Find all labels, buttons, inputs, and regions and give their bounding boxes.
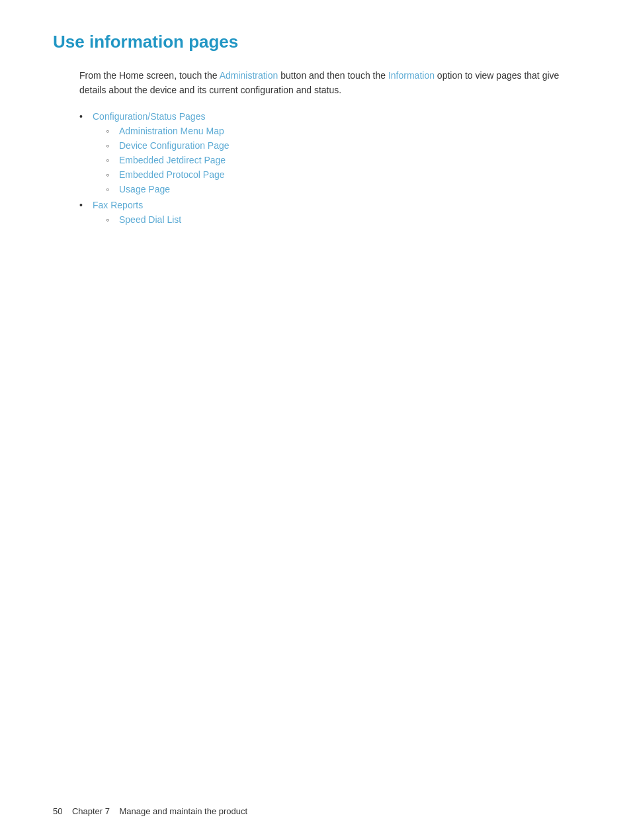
config-status-pages-link[interactable]: Configuration/Status Pages	[93, 111, 205, 122]
information-link[interactable]: Information	[388, 70, 435, 81]
administration-link[interactable]: Administration	[220, 70, 278, 81]
fax-reports-link[interactable]: Fax Reports	[93, 200, 143, 210]
intro-text-before-admin: From the Home screen, touch the	[79, 70, 220, 81]
list-item-usage-page: Usage Page	[106, 184, 578, 194]
main-list: Configuration/Status Pages Administratio…	[79, 111, 578, 225]
embedded-jetdirect-page-link[interactable]: Embedded Jetdirect Page	[119, 155, 226, 165]
embedded-protocol-page-link[interactable]: Embedded Protocol Page	[119, 169, 225, 180]
list-item-device-config: Device Configuration Page	[106, 140, 578, 151]
intro-text-between: button and then touch the	[278, 70, 388, 81]
footer-chapter: Chapter 7	[72, 806, 110, 816]
page-title: Use information pages	[53, 32, 578, 52]
fax-sub-list: Speed Dial List	[106, 214, 578, 225]
list-item-embedded-jetdirect: Embedded Jetdirect Page	[106, 155, 578, 165]
speed-dial-list-link[interactable]: Speed Dial List	[119, 214, 181, 225]
admin-menu-map-link[interactable]: Administration Menu Map	[119, 126, 224, 136]
usage-page-link[interactable]: Usage Page	[119, 184, 170, 194]
list-item-admin-menu: Administration Menu Map	[106, 126, 578, 136]
device-configuration-page-link[interactable]: Device Configuration Page	[119, 140, 230, 151]
config-sub-list: Administration Menu Map Device Configura…	[106, 126, 578, 194]
page-footer: 50 Chapter 7 Manage and maintain the pro…	[53, 806, 247, 816]
list-item-speed-dial: Speed Dial List	[106, 214, 578, 225]
footer-description: Manage and maintain the product	[119, 806, 247, 816]
list-item-embedded-protocol: Embedded Protocol Page	[106, 169, 578, 180]
list-item-config: Configuration/Status Pages Administratio…	[79, 111, 578, 194]
intro-paragraph: From the Home screen, touch the Administ…	[79, 68, 578, 98]
list-item-fax-reports: Fax Reports Speed Dial List	[79, 200, 578, 225]
footer-page-number: 50	[53, 806, 62, 816]
page-container: Use information pages From the Home scre…	[0, 0, 631, 270]
